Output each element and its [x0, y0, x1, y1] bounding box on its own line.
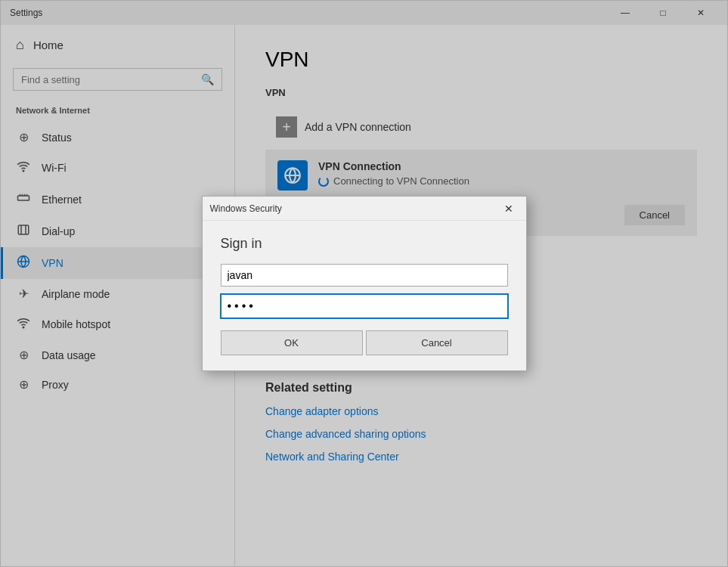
- username-input[interactable]: [221, 264, 508, 287]
- windows-security-dialog: Windows Security ✕ Sign in OK Cancel: [202, 196, 527, 371]
- dialog-buttons: OK Cancel: [221, 330, 508, 355]
- dialog-close-button[interactable]: ✕: [499, 200, 519, 217]
- dialog-cancel-button[interactable]: Cancel: [366, 330, 508, 355]
- dialog-body: Sign in OK Cancel: [203, 221, 526, 370]
- dialog-ok-button[interactable]: OK: [221, 330, 363, 355]
- settings-window: Settings — □ ✕ ⌂ Home 🔍 Network & Intern…: [0, 0, 728, 567]
- dialog-heading: Sign in: [221, 236, 508, 252]
- password-input[interactable]: [221, 294, 508, 318]
- dialog-overlay: Windows Security ✕ Sign in OK Cancel: [1, 1, 727, 566]
- dialog-title: Windows Security: [210, 203, 282, 214]
- dialog-title-bar: Windows Security ✕: [203, 197, 526, 221]
